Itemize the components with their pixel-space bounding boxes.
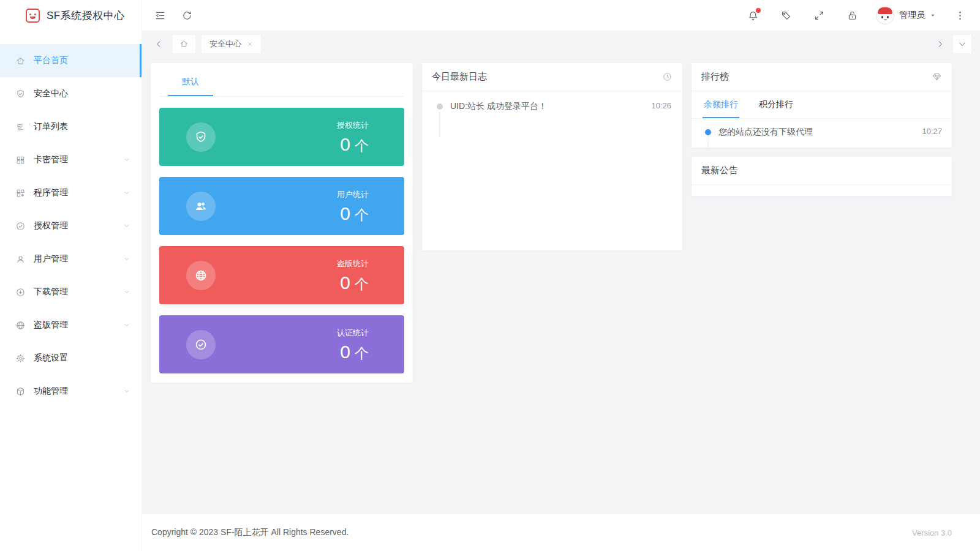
sidebar-item-programs[interactable]: 程序管理 (0, 176, 141, 209)
stats-tab-row: 默认 (159, 71, 404, 97)
announcement-panel: 最新公告 (692, 157, 952, 196)
sidebar-item-security[interactable]: 安全中心 (0, 77, 141, 110)
log-panel: 今日最新日志 UID:站长 成功登录平台！ 10:26 (422, 63, 682, 250)
sidebar-item-home[interactable]: 平台首页 (0, 44, 141, 77)
globe-icon (15, 320, 26, 331)
shield-check-icon (15, 89, 26, 99)
sidebar-item-piracy[interactable]: 盗版管理 (0, 309, 141, 342)
sidebar-item-orders[interactable]: 订单列表 (0, 110, 141, 143)
tabs-dropdown-button[interactable] (953, 35, 971, 53)
chevron-down-icon (123, 255, 130, 263)
tabs-scroll-left-button[interactable] (151, 36, 167, 52)
log-list: UID:站长 成功登录平台！ 10:26 (422, 91, 682, 122)
check-circle-icon (186, 330, 216, 359)
user-name: 管理员 (899, 10, 925, 21)
sidebar-item-authorization[interactable]: 授权管理 (0, 209, 141, 242)
stat-value: 0个 (337, 274, 369, 292)
stat-card-content: 盗版统计 0个 (337, 258, 369, 292)
refresh-button[interactable] (178, 6, 196, 24)
ranking-entry[interactable]: 您的站点还没有下级代理 10:27 (701, 127, 942, 138)
tab-home[interactable] (173, 35, 195, 53)
fullscreen-button[interactable] (810, 6, 828, 24)
stat-label: 用户统计 (337, 189, 369, 200)
topbar-right: 管理员 (744, 6, 969, 24)
sidebar-item-label: 程序管理 (34, 187, 115, 198)
ranking-panel-title: 排行榜 (701, 71, 729, 83)
close-icon[interactable] (247, 41, 253, 47)
announcement-panel-header: 最新公告 (692, 157, 952, 185)
sidebar-item-label: 安全中心 (34, 88, 130, 99)
expand-icon (813, 10, 825, 21)
sidebar-item-label: 订单列表 (34, 121, 130, 132)
kebab-icon (954, 10, 966, 21)
chevron-down-icon (123, 321, 130, 329)
stat-value: 0个 (337, 204, 369, 223)
sidebar-item-downloads[interactable]: 下载管理 (0, 276, 141, 309)
tabbar: 安全中心 (142, 31, 980, 57)
program-grid-icon (15, 188, 26, 198)
chevron-down-icon (123, 189, 130, 197)
tabs-scroll-right-button[interactable] (932, 36, 948, 52)
stat-label: 认证统计 (337, 328, 369, 339)
log-entry[interactable]: UID:站长 成功登录平台！ 10:26 (433, 101, 671, 112)
content-area: 默认 授权统计 0个 用户统计 (142, 57, 980, 508)
chevron-down-icon (123, 388, 130, 395)
sidebar-item-card-keys[interactable]: 卡密管理 (0, 143, 141, 176)
lock-icon (846, 10, 858, 21)
topbar-left (151, 6, 196, 24)
sidebar-item-features[interactable]: 功能管理 (0, 375, 141, 408)
app-title: SF系统授权中心 (47, 9, 125, 23)
refresh-icon (181, 10, 193, 21)
chevron-down-icon (123, 156, 130, 163)
tag-icon (780, 10, 792, 21)
tab-label: 安全中心 (209, 39, 241, 50)
log-panel-header: 今日最新日志 (422, 63, 682, 91)
sidebar-item-users[interactable]: 用户管理 (0, 242, 141, 276)
menu-fold-icon (154, 10, 166, 21)
tab-security-center[interactable]: 安全中心 (202, 35, 261, 53)
footer: Copyright © 2023 SF-陌上花开 All Rights Rese… (142, 514, 980, 551)
announcement-list-empty (692, 185, 952, 196)
timeline-dot-icon (437, 103, 443, 110)
tag-button[interactable] (777, 6, 795, 24)
user-menu[interactable]: 管理员 (876, 6, 936, 24)
stat-value: 0个 (337, 135, 369, 154)
tab-default[interactable]: 默认 (168, 71, 213, 96)
shield-check-icon (186, 122, 216, 152)
menu-fold-button[interactable] (151, 6, 169, 24)
stat-card-users: 用户统计 0个 (159, 177, 404, 235)
stat-label: 盗版统计 (337, 258, 369, 269)
ranking-time: 10:27 (922, 127, 942, 136)
tab-balance-ranking[interactable]: 余额排行 (703, 91, 739, 118)
chevron-down-icon (123, 222, 130, 230)
stat-card-content: 认证统计 0个 (337, 328, 369, 361)
topbar: 管理员 (142, 0, 980, 31)
sidebar-item-label: 卡密管理 (34, 154, 115, 165)
stat-card-certification: 认证统计 0个 (159, 315, 404, 373)
chevron-down-icon (958, 40, 967, 48)
timeline-dot-icon (705, 129, 711, 135)
tab-points-ranking[interactable]: 积分排行 (758, 91, 794, 118)
ranking-tabs: 余额排行 积分排行 (692, 91, 952, 119)
notification-dot (756, 8, 761, 13)
notifications-button[interactable] (744, 6, 762, 24)
ranking-panel: 排行榜 余额排行 积分排行 您的站点还没有下级代理 10:27 (692, 63, 952, 148)
cube-icon (15, 386, 26, 397)
caret-down-icon (930, 12, 936, 18)
clock-icon (662, 72, 673, 82)
home-icon (15, 56, 26, 66)
stat-card-piracy: 盗版统计 0个 (159, 246, 404, 304)
sidebar-item-label: 功能管理 (34, 386, 115, 397)
more-options-button[interactable] (951, 6, 969, 24)
sidebar-menu: 平台首页 安全中心 订单列表 卡密管理 程序管理 (0, 31, 141, 408)
sidebar-item-settings[interactable]: 系统设置 (0, 342, 141, 375)
version-text: Version 3.0 (912, 528, 952, 538)
stat-label: 授权统计 (337, 120, 369, 131)
chevron-right-icon (936, 40, 944, 48)
lock-button[interactable] (843, 6, 861, 24)
sidebar-item-label: 下载管理 (34, 287, 115, 298)
log-panel-title: 今日最新日志 (432, 71, 487, 83)
app-logo-icon (26, 9, 40, 23)
sidebar: SF系统授权中心 平台首页 安全中心 订单列表 卡密管理 (0, 0, 142, 551)
app-window: SF系统授权中心 平台首页 安全中心 订单列表 卡密管理 (0, 0, 980, 551)
